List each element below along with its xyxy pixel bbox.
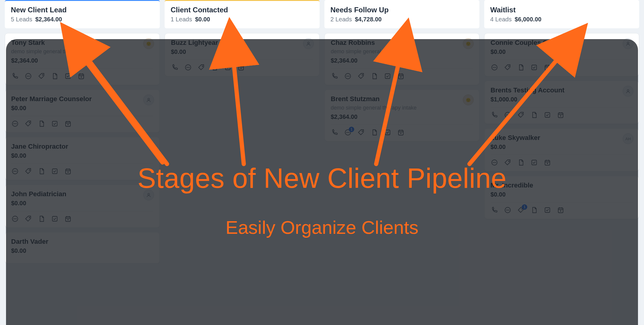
chat-icon[interactable]	[11, 120, 19, 128]
tag-icon[interactable]	[357, 128, 365, 136]
lead-card[interactable]: 🙂Chaz Robbinsdemo simple general therapy…	[324, 33, 479, 85]
chat-icon[interactable]	[491, 159, 498, 166]
tag-icon[interactable]	[24, 120, 32, 128]
calendar-icon[interactable]	[557, 206, 565, 214]
card-title: Peter Marriage Counselor	[11, 95, 153, 103]
task-icon[interactable]	[51, 167, 59, 175]
avatar	[143, 94, 154, 105]
avatar: 🙂	[463, 94, 474, 105]
tag-icon[interactable]: 1	[517, 206, 525, 214]
task-icon[interactable]	[384, 128, 392, 136]
task-icon[interactable]	[51, 215, 59, 223]
task-icon[interactable]	[384, 72, 392, 80]
chat-icon[interactable]	[184, 63, 192, 71]
document-icon[interactable]	[530, 111, 538, 119]
tag-icon[interactable]	[517, 111, 525, 119]
column-header[interactable]: Client Contacted1 Leads$0.00	[165, 0, 320, 28]
calendar-icon[interactable]	[77, 72, 85, 80]
task-icon[interactable]	[530, 63, 538, 71]
lead-card[interactable]: AHLuke Skywalker$0.00	[484, 128, 639, 172]
tag-icon[interactable]	[504, 159, 512, 166]
phone-icon[interactable]	[331, 72, 339, 80]
tag-icon[interactable]	[38, 72, 45, 80]
phone-icon[interactable]	[11, 72, 19, 80]
task-icon[interactable]	[224, 63, 232, 71]
column-amount: $6,000.00	[515, 16, 541, 23]
column-header[interactable]: Needs Follow Up2 Leads$4,728.00	[324, 0, 479, 28]
lead-card[interactable]: Jane Chiropractor$0.00	[5, 137, 160, 180]
card-actions	[171, 60, 313, 71]
document-icon[interactable]	[530, 206, 538, 214]
calendar-icon[interactable]	[397, 72, 405, 80]
chat-icon[interactable]	[24, 72, 32, 80]
chat-icon[interactable]	[11, 167, 19, 175]
avatar: 🙂	[463, 38, 474, 49]
lead-card[interactable]: Buzz Lightyear$0.00	[165, 33, 320, 76]
column-header[interactable]: Waitlist4 Leads$6,000.00	[484, 0, 639, 28]
card-actions	[331, 68, 473, 80]
document-icon[interactable]	[38, 120, 45, 128]
calendar-icon[interactable]	[397, 128, 405, 136]
avatar	[143, 190, 154, 200]
tag-icon[interactable]	[504, 63, 512, 71]
task-icon[interactable]	[530, 159, 538, 166]
column-header[interactable]: New Client Lead5 Leads$2,364.00	[5, 0, 160, 28]
document-icon[interactable]	[517, 159, 525, 166]
phone-icon[interactable]	[331, 128, 339, 136]
avatar	[623, 86, 633, 97]
card-amount: $2,364.00	[331, 57, 473, 64]
chat-icon[interactable]: 1	[344, 128, 352, 136]
phone-icon[interactable]	[491, 206, 498, 214]
task-icon[interactable]	[64, 72, 72, 80]
document-icon[interactable]	[517, 63, 525, 71]
task-icon[interactable]	[543, 111, 551, 119]
document-icon[interactable]	[51, 72, 59, 80]
card-title: Chaz Robbins	[331, 39, 473, 47]
calendar-icon[interactable]	[64, 167, 72, 175]
document-icon[interactable]	[38, 167, 45, 175]
lead-card[interactable]: Connie Couples Counseling$0.00	[484, 33, 639, 76]
tag-icon[interactable]	[24, 215, 32, 223]
card-title: Tony Stark	[11, 39, 153, 47]
document-icon[interactable]	[211, 63, 218, 71]
avatar: 🙂	[143, 38, 154, 49]
document-icon[interactable]	[38, 215, 45, 223]
lead-card[interactable]: Darth Vader$0.00	[5, 232, 160, 264]
column-leads-count: 5 Leads	[11, 16, 32, 23]
tag-icon[interactable]	[197, 63, 205, 71]
chat-icon[interactable]	[344, 72, 352, 80]
chat-icon[interactable]	[491, 63, 498, 71]
task-icon[interactable]	[51, 120, 59, 128]
lead-card[interactable]: Mr. Incredible$0.001	[484, 176, 639, 219]
card-amount: $0.00	[11, 152, 153, 159]
card-title: Luke Skywalker	[491, 134, 633, 142]
calendar-icon[interactable]	[64, 215, 72, 223]
chat-icon[interactable]	[11, 215, 19, 223]
card-actions	[11, 211, 153, 223]
lead-card[interactable]: John Pediatrician$0.00	[5, 184, 160, 228]
column-meta: 4 Leads$6,000.00	[490, 16, 633, 23]
task-icon[interactable]	[543, 206, 551, 214]
lead-card[interactable]: 🙂Tony Starkdemo simple general therapy i…	[5, 33, 160, 85]
calendar-icon[interactable]	[64, 120, 72, 128]
phone-icon[interactable]	[491, 111, 498, 119]
phone-icon[interactable]	[171, 63, 179, 71]
document-icon[interactable]	[370, 128, 378, 136]
chat-icon[interactable]	[504, 206, 512, 214]
calendar-icon[interactable]	[543, 63, 551, 71]
column-amount: $4,728.00	[355, 16, 382, 23]
lead-card[interactable]: 🙂Brent Stutzmandemo simple general thera…	[324, 89, 479, 141]
chat-icon[interactable]	[504, 111, 512, 119]
card-actions	[491, 60, 633, 71]
lead-card[interactable]: Peter Marriage Counselor$0.00	[5, 89, 160, 133]
calendar-icon[interactable]	[237, 63, 245, 71]
lead-card[interactable]: Brents Testing Account$1,000.00	[484, 81, 639, 124]
calendar-icon[interactable]	[557, 111, 565, 119]
document-icon[interactable]	[370, 72, 378, 80]
notification-badge: 1	[349, 127, 354, 132]
tag-icon[interactable]	[357, 72, 365, 80]
pipeline-column: New Client Lead5 Leads$2,364.00🙂Tony Sta…	[5, 0, 160, 264]
calendar-icon[interactable]	[543, 159, 551, 166]
card-amount: $2,364.00	[331, 113, 473, 120]
tag-icon[interactable]	[24, 167, 32, 175]
